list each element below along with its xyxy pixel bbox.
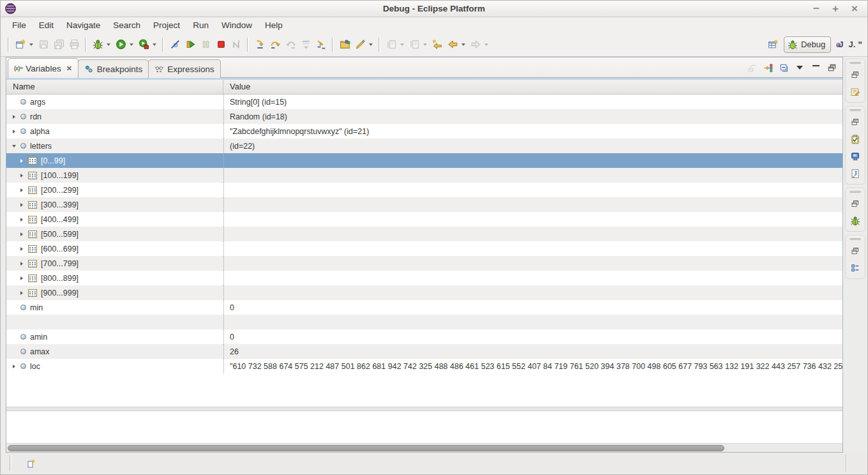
- menu-project[interactable]: Project: [147, 19, 186, 31]
- forward-button[interactable]: [468, 36, 483, 53]
- table-row[interactable]: amin 0: [6, 329, 842, 344]
- console-view-button[interactable]: [848, 150, 862, 163]
- table-row[interactable]: [500...599]: [6, 227, 842, 241]
- table-row[interactable]: rdn Random (id=18): [6, 109, 842, 124]
- run-dropdown[interactable]: [128, 36, 135, 53]
- expand-arrow[interactable]: [10, 115, 18, 119]
- expand-arrow[interactable]: [18, 174, 26, 177]
- horizontal-scrollbar[interactable]: [6, 443, 842, 452]
- menu-help[interactable]: Help: [258, 19, 289, 31]
- expand-arrow[interactable]: [18, 188, 26, 192]
- open-perspective-button[interactable]: [766, 36, 781, 53]
- menu-navigate[interactable]: Navigate: [60, 19, 107, 31]
- tab-expressions[interactable]: Expressions: [148, 59, 221, 78]
- restore-outline-button[interactable]: [848, 245, 862, 257]
- tab-variables[interactable]: (x)= Variables ✕: [8, 58, 79, 78]
- expand-arrow[interactable]: [18, 218, 26, 222]
- table-row[interactable]: [700...799]: [6, 256, 842, 271]
- step-over-button[interactable]: [267, 36, 283, 53]
- use-step-filters-button[interactable]: [313, 36, 329, 53]
- table-row[interactable]: [900...999]: [6, 285, 842, 300]
- trim-drag-handle[interactable]: [849, 238, 861, 240]
- table-row[interactable]: min 0: [6, 300, 842, 315]
- window-close-button[interactable]: ×: [849, 1, 860, 17]
- menu-window[interactable]: Window: [215, 19, 258, 31]
- table-row[interactable]: loc "610 732 588 674 575 212 487 501 862…: [6, 359, 842, 373]
- show-logical-structure-button[interactable]: [761, 61, 775, 75]
- resume-button[interactable]: [183, 36, 198, 53]
- window-maximize-button[interactable]: +: [830, 1, 841, 17]
- detail-pane[interactable]: [6, 411, 842, 443]
- trim-drag-handle[interactable]: [849, 109, 861, 111]
- table-row[interactable]: letters (id=22): [6, 139, 842, 153]
- table-row[interactable]: [300...399]: [6, 197, 842, 212]
- table-row[interactable]: args String[0] (id=15): [6, 94, 842, 109]
- menu-file[interactable]: File: [6, 19, 33, 31]
- previous-annotation-button[interactable]: [407, 36, 422, 53]
- expand-arrow[interactable]: [18, 276, 26, 280]
- table-row[interactable]: [400...499]: [6, 212, 842, 227]
- debug-view-button[interactable]: [848, 215, 862, 227]
- show-columns-button[interactable]: [745, 61, 759, 75]
- step-return-button[interactable]: [283, 36, 298, 53]
- drop-to-frame-button[interactable]: [298, 36, 313, 53]
- run-external-tools-button[interactable]: [136, 36, 151, 53]
- minimize-view-button[interactable]: [809, 61, 823, 75]
- restore-debug-button[interactable]: [848, 197, 862, 210]
- restore-editor-button[interactable]: [848, 68, 862, 81]
- perspective-overflow-indicator[interactable]: ": [858, 40, 862, 50]
- forward-dropdown[interactable]: [483, 36, 490, 53]
- save-button[interactable]: [36, 36, 51, 53]
- last-edit-location-button[interactable]: [430, 36, 445, 53]
- detail-pane-splitter[interactable]: [6, 407, 842, 411]
- expand-arrow[interactable]: [18, 159, 26, 163]
- tasks-view-button[interactable]: [848, 133, 862, 146]
- expand-arrow[interactable]: [10, 365, 18, 368]
- table-row[interactable]: [800...899]: [6, 271, 842, 285]
- window-minimize-button[interactable]: −: [811, 1, 821, 17]
- collapse-all-button[interactable]: [777, 61, 791, 75]
- next-annotation-dropdown[interactable]: [399, 36, 405, 53]
- table-row[interactable]: amax 26: [6, 344, 842, 359]
- table-row[interactable]: [600...699]: [6, 241, 842, 256]
- menu-run[interactable]: Run: [186, 19, 215, 31]
- trim-drag-handle[interactable]: [849, 62, 861, 64]
- outline-view-button[interactable]: [848, 262, 862, 275]
- maximize-view-button[interactable]: [825, 61, 839, 75]
- step-into-button[interactable]: [252, 36, 267, 53]
- expand-arrow[interactable]: [18, 262, 26, 266]
- disconnect-button[interactable]: [228, 36, 244, 53]
- table-row[interactable]: [200...299]: [6, 183, 842, 197]
- menu-search[interactable]: Search: [107, 19, 147, 31]
- table-row[interactable]: [0...99]: [6, 153, 842, 168]
- print-button[interactable]: [66, 36, 82, 53]
- editor-button[interactable]: [848, 86, 862, 98]
- perspective-java-button[interactable]: J: [834, 40, 843, 49]
- close-icon[interactable]: ✕: [66, 64, 72, 73]
- skip-all-breakpoints-button[interactable]: [167, 36, 183, 53]
- table-row[interactable]: [100...199]: [6, 168, 842, 183]
- restore-views-button[interactable]: [848, 116, 862, 128]
- search-button[interactable]: [352, 36, 368, 53]
- save-all-button[interactable]: [51, 36, 66, 53]
- debug-dropdown[interactable]: [105, 36, 112, 53]
- perspective-java-browsing-button[interactable]: J.: [846, 40, 856, 49]
- open-type-button[interactable]: [337, 36, 352, 53]
- perspective-debug-button[interactable]: Debug: [784, 36, 831, 53]
- next-annotation-button[interactable]: [384, 36, 399, 53]
- terminate-button[interactable]: [213, 36, 228, 53]
- search-dropdown[interactable]: [368, 36, 374, 53]
- expand-arrow[interactable]: [18, 203, 26, 207]
- tab-breakpoints[interactable]: Breakpoints: [78, 59, 149, 78]
- back-dropdown[interactable]: [460, 36, 467, 53]
- expand-arrow[interactable]: [18, 232, 26, 236]
- expand-arrow[interactable]: [10, 145, 18, 147]
- column-header-name[interactable]: Name: [6, 80, 223, 94]
- debug-button[interactable]: [90, 36, 105, 53]
- fast-view-button[interactable]: [24, 456, 38, 471]
- run-button[interactable]: [113, 36, 128, 53]
- expand-arrow[interactable]: [18, 247, 26, 251]
- table-row[interactable]: [6, 315, 842, 329]
- back-button[interactable]: [445, 36, 460, 53]
- menu-edit[interactable]: Edit: [33, 19, 60, 31]
